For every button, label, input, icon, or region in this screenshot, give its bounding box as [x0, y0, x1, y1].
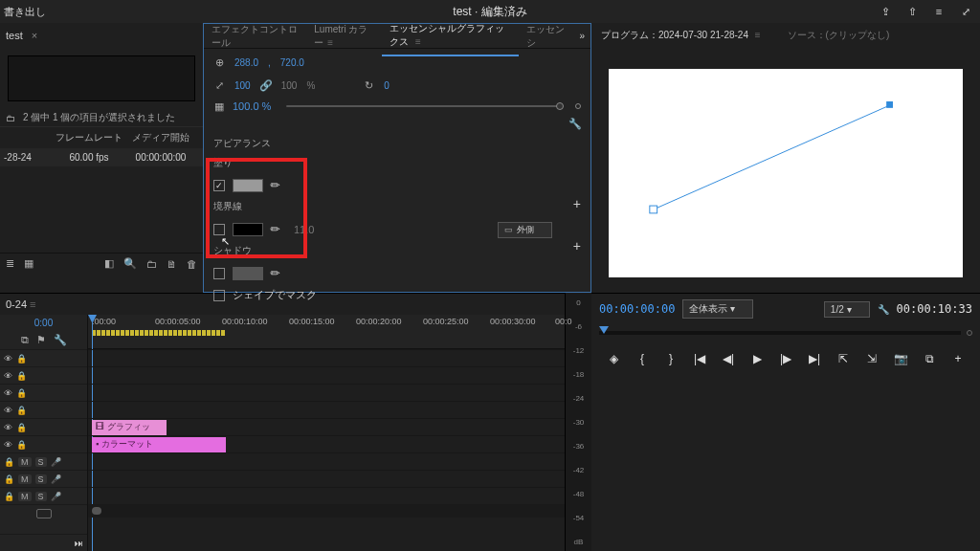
pos-x[interactable]: 288.0 — [234, 57, 258, 68]
eyedropper-icon[interactable]: ✎ — [268, 222, 284, 238]
stroke-style-select[interactable]: ▭外側 — [498, 222, 552, 238]
zoom-fit-select[interactable]: 全体表示 ▾ — [682, 299, 753, 319]
tab-essential-sound[interactable]: エッセンシ — [519, 17, 573, 55]
timeline-scrollbar[interactable] — [88, 504, 565, 518]
lock-icon[interactable]: 🔒 — [16, 423, 27, 432]
wrench-icon[interactable]: 🔧 — [54, 334, 67, 346]
solo-button[interactable]: S — [35, 457, 47, 467]
step-back-button[interactable]: ◀| — [721, 351, 736, 366]
trash-icon[interactable]: 🗑 — [187, 258, 197, 270]
mute-button[interactable]: M — [18, 492, 32, 501]
scale-value[interactable]: 100 — [234, 80, 251, 91]
new-item-icon[interactable]: 🗎 — [167, 258, 177, 270]
shadow-checkbox[interactable] — [213, 268, 225, 279]
lock-icon[interactable]: 🔒 — [4, 457, 14, 467]
clip-graphic[interactable]: 🎞 グラフィッ — [92, 420, 167, 435]
add-fill-button[interactable]: + — [573, 196, 581, 211]
mute-button[interactable]: M — [18, 474, 32, 484]
workspace-menu-icon[interactable]: ≡ — [932, 5, 946, 18]
eye-icon[interactable]: 👁 — [4, 354, 12, 364]
go-to-out-button[interactable]: ▶| — [807, 351, 822, 366]
lock-icon[interactable]: 🔒 — [16, 440, 27, 450]
clip-color-matte[interactable]: ▪ カラーマット — [92, 437, 226, 452]
lock-icon[interactable]: 🔒 — [16, 388, 27, 398]
mark-out-button[interactable]: } — [663, 351, 679, 366]
stroke-checkbox[interactable] — [213, 224, 225, 235]
solo-button[interactable]: S — [35, 492, 47, 501]
lock-icon[interactable]: 🔒 — [4, 492, 14, 501]
play-button[interactable]: ▶ — [749, 351, 765, 366]
list-view-icon[interactable]: ≣ — [6, 257, 14, 270]
workspace-tab-export[interactable]: 書き出し — [4, 5, 46, 19]
go-to-in-button[interactable]: |◀ — [692, 351, 707, 366]
step-forward-icon[interactable]: ⏭ — [75, 539, 83, 548]
zoom-slider[interactable] — [36, 509, 52, 518]
link-icon[interactable]: 🔗 — [260, 79, 272, 91]
compare-button[interactable]: ⧉ — [922, 351, 937, 366]
new-bin-icon[interactable]: 🗀 — [146, 258, 157, 270]
lock-icon[interactable]: 🔒 — [16, 354, 27, 364]
project-tab[interactable]: test × — [6, 30, 37, 41]
work-area-bar[interactable] — [92, 330, 226, 336]
tab-essential-graphics[interactable]: エッセンシャルグラフィックス ≡ — [382, 16, 519, 56]
sequence-tab[interactable]: 0-24 ≡ — [6, 298, 36, 310]
program-canvas[interactable] — [609, 69, 963, 277]
mic-icon[interactable]: 🎤 — [51, 457, 61, 467]
settings-icon[interactable]: 🔧 — [878, 304, 889, 315]
rotation-value[interactable]: 0 — [384, 80, 390, 91]
lift-button[interactable]: ⇱ — [835, 351, 851, 366]
mark-in-button[interactable]: { — [635, 351, 650, 366]
stroke-swatch[interactable] — [233, 223, 263, 236]
panel-overflow-icon[interactable]: » — [573, 31, 590, 41]
wrench-icon[interactable]: 🔧 — [569, 118, 581, 129]
mask-checkbox[interactable] — [213, 290, 225, 301]
add-stroke-button[interactable]: + — [573, 238, 581, 253]
pos-y[interactable]: 720.0 — [280, 57, 304, 68]
program-tab[interactable]: プログラム：2024-07-30 21-28-24 ≡ — [597, 25, 765, 46]
icon-view-icon[interactable]: ▦ — [24, 257, 33, 270]
eyedropper-icon[interactable]: ✎ — [268, 266, 284, 282]
time-ruler[interactable]: :00:00 00:00:05:00 00:00:10:00 00:00:15:… — [88, 315, 565, 349]
lock-icon[interactable]: 🔒 — [16, 406, 27, 415]
step-forward-button[interactable]: |▶ — [778, 351, 793, 366]
extract-button[interactable]: ⇲ — [864, 351, 880, 366]
stroke-width[interactable]: 11.0 — [294, 224, 314, 235]
eye-icon[interactable]: 👁 — [4, 406, 12, 415]
share-icon[interactable]: ⇧ — [905, 5, 919, 18]
project-preview[interactable] — [8, 55, 195, 101]
tab-lumetri[interactable]: Lumetri カラー≡ — [306, 17, 382, 55]
opacity-slider[interactable] — [286, 105, 560, 107]
timeline-timecode[interactable]: 0:00 — [0, 315, 87, 330]
quick-export-icon[interactable]: ⇪ — [879, 5, 892, 18]
source-tab[interactable]: ソース：(クリップなし) — [788, 29, 890, 42]
opacity-value[interactable]: 100.0 % — [233, 100, 271, 112]
eye-icon[interactable]: 👁 — [4, 440, 12, 450]
tab-effect-controls[interactable]: エフェクトコントロール — [204, 17, 306, 55]
eye-icon[interactable]: 👁 — [4, 371, 12, 381]
eye-icon[interactable]: 👁 — [4, 423, 12, 432]
program-scrubber[interactable] — [599, 331, 961, 335]
snap-icon[interactable]: ⧉ — [21, 334, 29, 346]
search-icon[interactable]: 🔍 — [123, 257, 137, 270]
fill-swatch[interactable] — [233, 179, 263, 192]
keyframe-toggle[interactable] — [575, 103, 581, 109]
mute-button[interactable]: M — [18, 457, 32, 467]
eyedropper-icon[interactable]: ✎ — [268, 178, 284, 194]
col-framerate[interactable]: フレームレート — [56, 131, 122, 144]
col-media-start[interactable]: メディア開始 — [122, 131, 199, 144]
close-icon[interactable]: × — [29, 30, 37, 41]
fullscreen-icon[interactable]: ⤢ — [959, 5, 972, 18]
lock-icon[interactable]: 🔒 — [4, 474, 14, 484]
resolution-select[interactable]: 1/2 ▾ — [824, 301, 870, 318]
button-editor-icon[interactable]: + — [950, 351, 966, 366]
eye-icon[interactable]: 👁 — [4, 388, 12, 398]
marker-icon[interactable]: ⚑ — [36, 334, 46, 346]
fill-checkbox[interactable] — [213, 180, 225, 191]
program-timecode-in[interactable]: 00:00:00:00 — [599, 302, 675, 316]
timeline-tracks[interactable]: :00:00 00:00:05:00 00:00:10:00 00:00:15:… — [88, 315, 565, 551]
mic-icon[interactable]: 🎤 — [51, 474, 61, 484]
export-frame-button[interactable]: 📷 — [893, 351, 908, 366]
freeform-icon[interactable]: ◧ — [104, 257, 114, 270]
add-marker-button[interactable]: ◈ — [606, 351, 621, 366]
mic-icon[interactable]: 🎤 — [51, 492, 61, 501]
